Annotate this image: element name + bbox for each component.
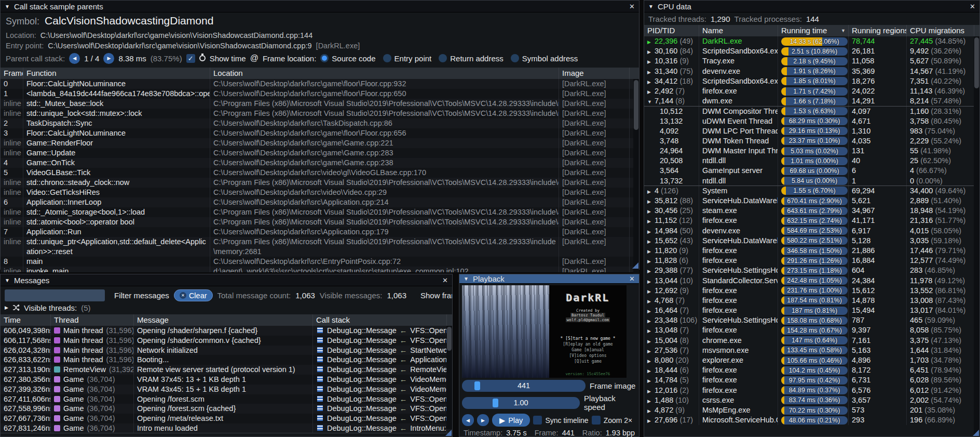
playback-speed-slider[interactable]: 1.00 — [462, 397, 580, 409]
callstack-row[interactable]: inlinestd::chrono::steady_clock::nowC:\P… — [1, 178, 639, 188]
clear-button[interactable]: ✕Clear — [174, 289, 213, 301]
expand-row-icon[interactable]: ▶ — [647, 187, 655, 196]
message-row[interactable]: 627,411,606nsGame(36,704)Opening /forest… — [1, 394, 452, 404]
radio-icon[interactable] — [511, 54, 519, 62]
process-row[interactable]: ▶23,348 (106)ServiceHub.SettingsHost.exe… — [644, 315, 979, 325]
expand-row-icon[interactable]: ▶ — [647, 356, 655, 365]
process-row[interactable]: ▶14,984 (50)devenv.exe584.69 ms (2.53%)6… — [644, 226, 979, 236]
process-row[interactable]: 13,732ntdll.dll5.84 us (0.00%)10 (0.00%) — [644, 176, 979, 186]
scrollbar-thumb[interactable] — [974, 37, 979, 88]
frame-location-radio[interactable]: Symbol address — [511, 54, 578, 63]
process-row[interactable]: ▶4 (126)System1.55 s (6.70%)69,29434,400… — [644, 186, 979, 196]
expand-row-icon[interactable]: ▶ — [647, 416, 655, 425]
expand-row-icon[interactable]: ▶ — [647, 366, 655, 375]
radio-icon[interactable] — [383, 54, 391, 62]
process-row[interactable]: ▶34,412 (18)ScriptedSandbox64.exe1.85 s … — [644, 76, 979, 86]
callstack-row[interactable]: 5VideoGLBase::TickC:\Users\wolf\Desktop\… — [1, 168, 639, 178]
message-callstack[interactable]: DebugLog::Message←StartNetwo — [313, 346, 447, 355]
callstack-titlebar[interactable]: ▼ Call stack sample parents ✕ — [1, 1, 639, 12]
process-row[interactable]: ▶22,396 (49)DarkRL.exe14.33 s (62.06%)78… — [644, 36, 979, 46]
process-row[interactable]: 4,092DWM LPC Port Thread29.16 ms (0.13%)… — [644, 126, 979, 136]
collapse-icon[interactable]: ▼ — [5, 277, 10, 283]
expand-row-icon[interactable]: ▶ — [647, 297, 655, 306]
message-callstack[interactable]: DebugLog::Message←VFS::Open — [313, 326, 447, 336]
callstack-row[interactable]: 1<lambda_84a19dc444fae966ca174e83e708bdc… — [1, 89, 639, 99]
message-callstack[interactable]: DebugLog::Message←VideoMemo — [313, 375, 447, 385]
process-row[interactable]: ▶30,456 (25)steam.exe643.61 ms (2.79%)34… — [644, 206, 979, 216]
process-row[interactable]: ▶35,812 (88)ServiceHub.DataWarehouseHost… — [644, 196, 979, 206]
expand-row-icon[interactable]: ▶ — [647, 376, 655, 385]
frame-image-slider[interactable]: 441 — [462, 380, 586, 392]
callstack-row[interactable]: inlinestd::_Atomic_storage<bool,1>::load… — [1, 207, 639, 217]
frame-location-radio[interactable]: Source code — [320, 54, 375, 63]
message-callstack[interactable]: DebugLog::Message←VFS::Open — [313, 404, 447, 414]
process-row[interactable]: ▶8,080 (20)explorer.exe105.66 ms (0.46%)… — [644, 355, 979, 365]
message-row[interactable]: 627,558,996nsGame(36,704)Opening /forest… — [1, 404, 452, 414]
scrollbar-thumb[interactable] — [634, 80, 638, 130]
next-frame-button[interactable]: ▶ — [477, 414, 489, 426]
sync-timeline-checkbox[interactable] — [533, 416, 542, 425]
column-header[interactable]: Running regions — [849, 25, 907, 36]
callstack-row[interactable]: inlineinvoke_maind:\agent\_work\63\s\src… — [1, 267, 639, 272]
message-row[interactable]: 627,313,190nsRemoteView(31,392)Remote vi… — [1, 365, 452, 375]
column-header[interactable]: PID/TID — [644, 25, 699, 36]
callstack-row[interactable]: inlinestd::atomic<bool>::operator boolC:… — [1, 217, 639, 227]
callstack-row[interactable]: inlineGame::RenderFloorC:\Users\wolf\Des… — [1, 138, 639, 148]
callstack-row[interactable]: 4Game::OnTickC:\Users\wolf\Desktop\darkr… — [1, 158, 639, 168]
process-row[interactable]: ▶11,152 (12)firefox.exe632.15 ms (2.74%)… — [644, 216, 979, 226]
resize-grip[interactable] — [445, 430, 452, 436]
process-row[interactable]: ▶12,016 (2)firefox.exe84.89 ms (0.37%)6,… — [644, 386, 979, 395]
expand-row-icon[interactable]: ▶ — [647, 197, 655, 206]
expand-row-icon[interactable]: ▶ — [647, 68, 655, 76]
column-header[interactable]: Running time▼ — [778, 25, 849, 36]
expand-row-icon[interactable]: ▶ — [647, 237, 655, 246]
process-row[interactable]: ▶27,696 (17)Microsoft.ServiceHub.Control… — [644, 415, 979, 425]
process-row[interactable]: ▶16,464 (7)firefox.exe187 ms (0.81%)15,4… — [644, 306, 979, 315]
message-callstack[interactable]: DebugLog::Message←VFS::Open — [313, 414, 447, 423]
resize-grip[interactable] — [632, 262, 638, 269]
expand-row-icon[interactable]: ▶ — [647, 307, 655, 315]
collapse-icon[interactable]: ▼ — [5, 4, 10, 9]
message-callstack[interactable]: DebugLog::Message←VFS::Open — [313, 336, 447, 346]
process-row[interactable]: 3,748DWM Token Thread23.37 ms (0.10%)4,0… — [644, 136, 979, 146]
callstack-row[interactable]: 8mainC:\Users\wolf\Desktop\darkrl\src\En… — [1, 257, 639, 267]
expand-row-icon[interactable]: ▶ — [647, 406, 655, 415]
process-row[interactable]: ▶29,388 (77)ServiceHub.SettingsHost.exe2… — [644, 266, 979, 275]
callstack-row[interactable]: 6Application::InnerLoopC:\Users\wolf\Des… — [1, 197, 639, 207]
process-row[interactable]: 24,964DWM Master Input Thread5.03 ms (0.… — [644, 146, 979, 156]
process-row[interactable]: ▶31,340 (75)devenv.exe1.91 s (8.26%)35,3… — [644, 67, 979, 76]
expand-row-icon[interactable]: ▶ — [647, 267, 655, 275]
cpu-scrollbar[interactable] — [974, 36, 979, 435]
process-row[interactable]: ▶2,492 (7)firefox.exe1.71 s (7.42%)24,02… — [644, 86, 979, 96]
callstack-row[interactable]: 0Floor::CalcLightNoLuminanceC:\Users\wol… — [1, 79, 639, 89]
column-header[interactable]: CPU migrations — [907, 25, 974, 36]
expand-row-icon[interactable]: ▶ — [647, 396, 655, 405]
radio-icon[interactable] — [439, 54, 447, 62]
process-row[interactable]: ▶15,652 (43)ServiceHub.DataWarehouseHost… — [644, 236, 979, 246]
expand-row-icon[interactable]: ▶ — [647, 287, 655, 296]
callstack-row[interactable]: 2TaskDispatch::SyncC:\Users\wolf\Desktop… — [1, 118, 639, 128]
show-time-checkbox[interactable]: ✓ — [186, 54, 195, 63]
message-callstack[interactable]: DebugLog::Message←RemoteVie — [313, 365, 447, 375]
message-row[interactable]: 626,833,622nsMain thread(31,596)Booting.… — [1, 355, 452, 365]
frame-location-radio[interactable]: Return address — [439, 54, 503, 63]
process-row[interactable]: ▶4,872 (9)MsMpEng.exe70.22 ms (0.30%)573… — [644, 405, 979, 415]
callstack-row[interactable]: inlineGame::UpdateC:\Users\wolf\Desktop\… — [1, 148, 639, 158]
expand-row-icon[interactable]: ▶ — [647, 277, 655, 286]
process-row[interactable]: ▶27,536 (7)msvsmon.exe133.45 ms (0.58%)5… — [644, 346, 979, 355]
process-row[interactable]: 20,508ntdll.dll1.01 ms (0.00%)4025 (62.5… — [644, 156, 979, 166]
message-row[interactable]: 627,667,736nsGame(36,704)Opening /meta/r… — [1, 414, 452, 423]
collapse-icon[interactable]: ▼ — [648, 4, 654, 9]
message-row[interactable]: 606,049,398nsMain thread(31,596)Opening … — [1, 326, 452, 336]
process-row[interactable]: ▶15,004 (8)chrome.exe147 ms (0.64%)7,161… — [644, 336, 979, 346]
zoom-2x-checkbox[interactable] — [592, 416, 601, 425]
close-icon[interactable]: ✕ — [629, 275, 635, 283]
message-callstack[interactable]: DebugLog::Message←IntroMenu:: — [313, 423, 447, 433]
cpu-titlebar[interactable]: ▼ CPU data ✕ — [644, 1, 979, 12]
close-icon[interactable]: ✕ — [442, 276, 448, 284]
process-row[interactable]: 13,132uDWM Event Thread68.29 ms (0.30%)4… — [644, 116, 979, 126]
expand-row-icon[interactable]: ▶ — [647, 207, 655, 216]
radio-selected-icon[interactable] — [320, 54, 329, 62]
process-row[interactable]: ▼7,144 (8)dwm.exe1.66 s (7.18%)14,2918,2… — [644, 96, 979, 106]
process-row[interactable]: ▶1,488 (10)csrss.exe83.74 ms (0.36%)3,65… — [644, 395, 979, 405]
